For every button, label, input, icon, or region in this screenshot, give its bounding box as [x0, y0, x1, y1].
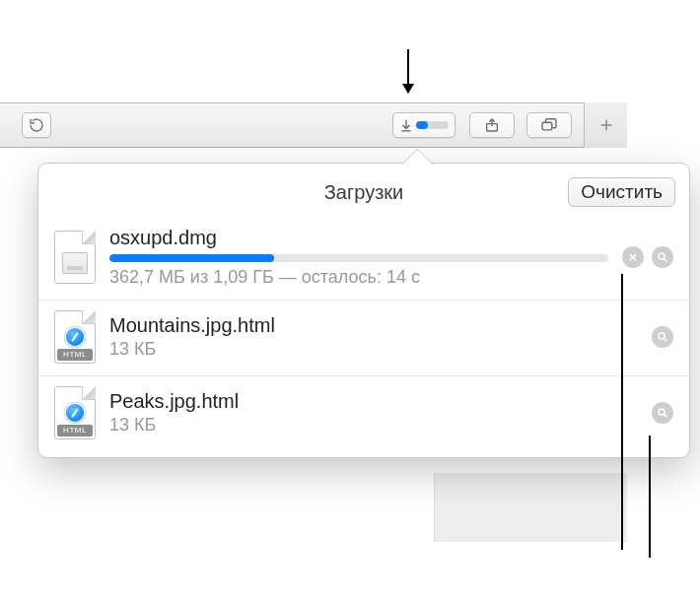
- download-item: osxupd.dmg 362,7 МБ из 1,09 ГБ — осталос…: [38, 217, 689, 300]
- downloads-toolbar-progress: [416, 121, 449, 129]
- new-tab-button[interactable]: [584, 102, 627, 148]
- download-filename: Mountains.jpg.html: [109, 314, 638, 337]
- callout-line-reveal: [649, 436, 651, 558]
- download-filename: Peaks.jpg.html: [109, 390, 638, 413]
- tabs-icon: [540, 118, 558, 132]
- page-content-placeholder: [434, 473, 627, 542]
- download-status: 13 КБ: [109, 339, 638, 360]
- download-filename: osxupd.dmg: [109, 227, 608, 249]
- file-icon-html: HTML: [54, 386, 96, 439]
- reveal-in-finder-button[interactable]: [652, 402, 673, 424]
- svg-line-10: [665, 259, 667, 262]
- downloads-popover: Загрузки Очистить osxupd.dmg 362,7 МБ из…: [37, 163, 690, 458]
- reload-icon: [29, 117, 44, 133]
- reload-button[interactable]: [22, 112, 51, 138]
- file-icon-html: HTML: [54, 310, 96, 364]
- download-progress-bar: [109, 254, 608, 262]
- callout-arrow-downloads: [407, 49, 409, 93]
- downloads-list: osxupd.dmg 362,7 МБ из 1,09 ГБ — осталос…: [38, 217, 689, 451]
- download-status: 13 КБ: [109, 415, 638, 436]
- browser-toolbar: [0, 102, 627, 148]
- downloads-popover-header: Загрузки Очистить: [38, 177, 689, 217]
- callout-line-stop: [621, 274, 623, 550]
- download-progress-fill: [109, 254, 274, 262]
- clear-downloads-button[interactable]: Очистить: [568, 177, 675, 207]
- file-icon-dmg: [54, 231, 96, 284]
- svg-point-13: [659, 409, 665, 415]
- share-button[interactable]: [469, 112, 515, 138]
- download-item: HTML Peaks.jpg.html 13 КБ: [38, 375, 689, 451]
- magnifier-icon: [657, 331, 668, 343]
- reveal-in-finder-button[interactable]: [652, 246, 673, 268]
- svg-line-14: [665, 415, 667, 418]
- magnifier-icon: [657, 407, 668, 419]
- downloads-toolbar-button[interactable]: [392, 112, 455, 138]
- plus-icon: [598, 117, 614, 133]
- html-badge: HTML: [57, 425, 93, 437]
- tab-overview-button[interactable]: [526, 112, 572, 138]
- svg-point-11: [659, 333, 665, 339]
- svg-point-9: [659, 253, 665, 259]
- close-icon: [627, 251, 639, 263]
- svg-line-12: [665, 339, 667, 342]
- html-badge: HTML: [57, 349, 93, 361]
- stop-download-button[interactable]: [622, 246, 644, 268]
- download-status: 362,7 МБ из 1,09 ГБ — осталось: 14 с: [109, 267, 608, 288]
- download-arrow-icon: [399, 117, 413, 133]
- magnifier-icon: [657, 251, 668, 263]
- share-icon: [484, 117, 500, 133]
- reveal-in-finder-button[interactable]: [652, 326, 673, 348]
- svg-rect-4: [542, 122, 552, 130]
- download-item: HTML Mountains.jpg.html 13 КБ: [38, 300, 689, 375]
- downloads-toolbar-progress-fill: [416, 121, 428, 129]
